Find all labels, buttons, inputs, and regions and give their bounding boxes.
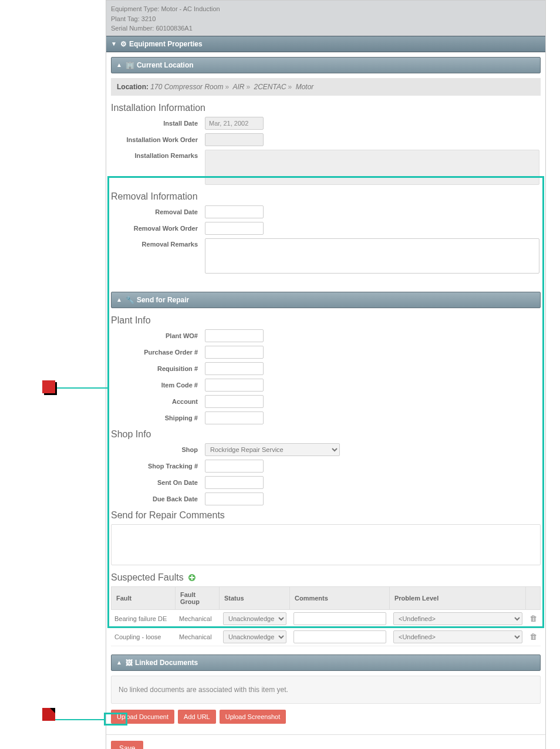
status-select[interactable]: Unacknowledged	[223, 612, 286, 625]
install-remarks-label: Installation Remarks	[111, 150, 205, 159]
shipping-label: Shipping #	[111, 414, 205, 421]
caret-up-icon: ▲	[116, 62, 122, 68]
upload-document-button[interactable]: Upload Document	[111, 710, 174, 724]
caret-down-icon: ▼	[111, 41, 117, 47]
install-date-field	[205, 117, 264, 130]
install-wo-field	[205, 133, 264, 146]
removal-wo-field[interactable]	[205, 222, 264, 235]
sent-label: Sent On Date	[111, 479, 205, 486]
col-group: Fault Group	[176, 586, 220, 610]
wrench-icon: 🔧	[126, 296, 134, 304]
item-label: Item Code #	[111, 382, 205, 389]
fault-group: Mechanical	[176, 610, 220, 628]
panel-title: Send for Repair	[137, 296, 189, 304]
annotation-marker	[42, 708, 55, 721]
fault-name: Bearing failure DE	[111, 610, 176, 628]
crumb[interactable]: Motor	[296, 83, 314, 91]
annotation-line	[55, 387, 107, 389]
table-row: Coupling - loose Mechanical Unacknowledg…	[111, 628, 541, 646]
col-fault: Fault	[111, 586, 176, 610]
shop-label: Shop	[111, 446, 205, 453]
save-button[interactable]: Save	[111, 741, 143, 750]
caret-up-icon: ▲	[116, 659, 122, 666]
section-title-plant-info: Plant Info	[111, 315, 541, 326]
trash-icon[interactable]: 🗑	[529, 614, 537, 623]
image-icon: 🖼	[126, 659, 133, 667]
sent-field[interactable]	[205, 476, 264, 489]
removal-remarks-field[interactable]	[205, 238, 539, 274]
panel-title: Current Location	[137, 61, 194, 69]
comments-field[interactable]	[294, 630, 386, 643]
col-comments: Comments	[290, 586, 390, 610]
caret-up-icon: ▲	[116, 296, 122, 303]
faults-table: Fault Fault Group Status Comments Proble…	[111, 586, 541, 646]
panel-linked-documents[interactable]: ▲ 🖼 Linked Documents	[111, 654, 541, 671]
req-label: Requisition #	[111, 365, 205, 372]
install-wo-label: Installation Work Order	[111, 136, 205, 143]
shipping-field[interactable]	[205, 411, 264, 424]
item-field[interactable]	[205, 379, 264, 392]
account-field[interactable]	[205, 395, 264, 408]
serial-value: 60100836A1	[156, 25, 192, 32]
panel-send-for-repair[interactable]: ▲ 🔧 Send for Repair	[111, 292, 541, 308]
install-date-label: Install Date	[111, 120, 205, 127]
add-url-button[interactable]: Add URL	[178, 710, 216, 724]
building-icon: 🏢	[126, 61, 134, 69]
equip-type-value: Motor - AC Induction	[161, 5, 220, 12]
due-label: Due Back Date	[111, 495, 205, 502]
removal-wo-label: Removal Work Order	[111, 225, 205, 232]
location-label: Location:	[117, 83, 149, 91]
header-info: Equipment Type: Motor - AC Induction Pla…	[106, 1, 545, 36]
plant-wo-field[interactable]	[205, 329, 264, 342]
equip-type-label: Equipment Type:	[111, 5, 159, 12]
panel-current-location[interactable]: ▲ 🏢 Current Location	[111, 57, 541, 73]
po-field[interactable]	[205, 346, 264, 359]
trash-icon[interactable]: 🗑	[529, 632, 537, 641]
due-field[interactable]	[205, 492, 264, 505]
serial-label: Serial Number:	[111, 25, 154, 32]
repair-comments-field[interactable]	[111, 524, 541, 565]
section-title-suspected-faults: Suspected Faults	[111, 572, 541, 583]
install-remarks-field	[205, 150, 539, 185]
panel-title: Equipment Properties	[129, 40, 203, 48]
comments-field[interactable]	[294, 612, 386, 625]
removal-date-field[interactable]	[205, 205, 264, 218]
gears-icon: ⚙	[120, 40, 127, 48]
plant-tag-label: Plant Tag:	[111, 15, 140, 22]
tracking-field[interactable]	[205, 460, 264, 473]
add-fault-icon[interactable]	[188, 574, 195, 581]
breadcrumb: Location: 170 Compressor Room» AIR» 2CEN…	[111, 78, 541, 96]
tracking-label: Shop Tracking #	[111, 463, 205, 470]
annotation-marker	[42, 380, 55, 393]
problem-select[interactable]: <Undefined>	[393, 612, 522, 625]
req-field[interactable]	[205, 362, 264, 375]
removal-remarks-label: Removal Remarks	[111, 238, 205, 248]
col-status: Status	[220, 586, 290, 610]
app-window: Equipment Type: Motor - AC Induction Pla…	[106, 0, 546, 749]
linked-empty-msg: No linked documents are associated with …	[111, 676, 541, 704]
crumb[interactable]: AIR	[232, 83, 244, 91]
plant-wo-label: Plant WO#	[111, 332, 205, 339]
col-problem: Problem Level	[390, 586, 526, 610]
panel-title: Linked Documents	[135, 659, 198, 667]
section-title-installation: Installation Information	[111, 103, 541, 113]
section-title-shop-info: Shop Info	[111, 429, 541, 440]
panel-equipment-properties[interactable]: ▼ ⚙ Equipment Properties	[106, 36, 545, 52]
crumb[interactable]: 2CENTAC	[254, 83, 286, 91]
fault-name: Coupling - loose	[111, 628, 176, 646]
table-row: Bearing failure DE Mechanical Unacknowle…	[111, 610, 541, 628]
status-select[interactable]: Unacknowledged	[223, 630, 286, 643]
plant-tag-value: 3210	[141, 15, 156, 22]
account-label: Account	[111, 398, 205, 405]
po-label: Purchase Order #	[111, 349, 205, 356]
crumb[interactable]: 170 Compressor Room	[150, 83, 223, 91]
removal-date-label: Removal Date	[111, 208, 205, 215]
shop-select[interactable]: Rockridge Repair Service	[205, 443, 340, 456]
section-title-repair-comments: Send for Repair Comments	[111, 510, 541, 521]
section-title-removal: Removal Information	[111, 191, 541, 202]
problem-select[interactable]: <Undefined>	[393, 630, 522, 643]
upload-screenshot-button[interactable]: Upload Screenshot	[220, 710, 286, 724]
annotation-line	[55, 719, 104, 720]
fault-group: Mechanical	[176, 628, 220, 646]
